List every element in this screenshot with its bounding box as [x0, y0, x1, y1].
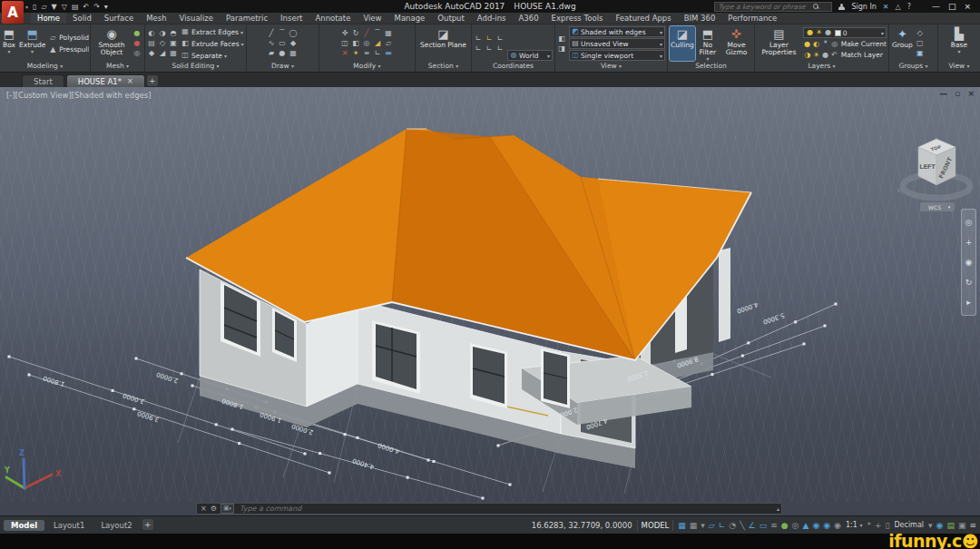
- interfere-icon[interactable]: ◇: [158, 39, 167, 48]
- extract-edges-button[interactable]: ▦Extract Edges▾: [181, 26, 244, 37]
- maximize-button[interactable]: □: [948, 2, 956, 11]
- layer-off-icon[interactable]: ●: [803, 40, 812, 49]
- polysolid-button[interactable]: ▱Polysolid: [48, 33, 89, 44]
- command-input[interactable]: [238, 504, 778, 514]
- shell-icon[interactable]: ▦: [169, 49, 178, 58]
- viewcube[interactable]: W S LEFT FRONT TOP WCS ▾: [897, 139, 970, 211]
- no-filter-button[interactable]: ⬒No Filter▾: [697, 26, 719, 61]
- ribbon-tab-surface[interactable]: Surface: [98, 13, 140, 24]
- model-space-button[interactable]: MODEL: [637, 520, 674, 531]
- autodesk-exchange-icon[interactable]: ✕: [883, 3, 889, 11]
- lineweight-icon[interactable]: ≡: [770, 517, 778, 534]
- match-layer-button[interactable]: Match Layer: [841, 51, 883, 59]
- layout-tab-layout2[interactable]: Layout2: [93, 520, 139, 531]
- move-gizmo-button[interactable]: ✜Move Gizmo: [720, 26, 752, 61]
- arc-icon[interactable]: ⌒: [278, 29, 287, 38]
- panel-title-draw[interactable]: Draw ▾: [248, 62, 318, 72]
- panel-title-view[interactable]: View ▾: [556, 62, 666, 72]
- help-search[interactable]: [714, 2, 832, 12]
- vp-close-icon[interactable]: ×: [967, 89, 975, 98]
- trim-icon[interactable]: ╱: [362, 29, 371, 38]
- ucs-dropdown[interactable]: ◍World▾: [507, 50, 553, 61]
- full-navigation-wheel-icon[interactable]: ◎: [965, 218, 973, 227]
- hatch-icon[interactable]: ▦: [289, 49, 298, 58]
- close-tab-icon[interactable]: ×: [127, 75, 133, 88]
- union-icon[interactable]: ◐: [147, 29, 156, 38]
- join-icon[interactable]: ▬: [384, 49, 393, 58]
- layer-freeze-icon[interactable]: *: [821, 40, 830, 49]
- ribbon-tab-annotate[interactable]: Annotate: [309, 13, 357, 24]
- region-icon[interactable]: ▰: [267, 49, 276, 58]
- orbit-icon[interactable]: ↻: [965, 278, 973, 287]
- view-back-icon[interactable]: ◧: [557, 34, 566, 44]
- rotate-icon[interactable]: ↻: [351, 29, 360, 38]
- ribbon-tab-bim-360[interactable]: BIM 360: [678, 13, 722, 24]
- viewcube-west-label[interactable]: W: [897, 187, 904, 194]
- customize-command-icon[interactable]: ⚙: [211, 503, 217, 515]
- visual-style-dropdown[interactable]: ◩Shaded with edges▾: [569, 26, 665, 37]
- mirror-icon[interactable]: ◧: [351, 39, 360, 48]
- ribbon-tab-parametric[interactable]: Parametric: [220, 13, 274, 24]
- pan-icon[interactable]: +: [965, 238, 973, 247]
- mesh-refine-icon[interactable]: ◎: [132, 49, 142, 58]
- fillet-icon[interactable]: ⌒: [373, 29, 382, 38]
- ucs-object-icon[interactable]: ∟: [485, 44, 494, 54]
- panel-title-modify[interactable]: Modify ▾: [320, 62, 414, 72]
- ribbon-tab-express-tools[interactable]: Express Tools: [545, 13, 610, 24]
- new-file-icon[interactable]: ▯: [33, 3, 36, 11]
- panel-title-modeling[interactable]: Modeling ▾: [1, 62, 89, 72]
- layer-walk-icon[interactable]: ◎: [830, 40, 839, 49]
- showmotion-icon[interactable]: ▸: [966, 298, 971, 307]
- minimize-button[interactable]: —: [932, 2, 940, 11]
- stretch-icon[interactable]: ▱: [384, 39, 393, 48]
- workspace-switching-icon[interactable]: *: [867, 517, 871, 534]
- view-projection-icon[interactable]: ◨: [557, 44, 566, 54]
- dynamic-ucs-icon[interactable]: ▲: [802, 517, 808, 534]
- new-layout-button[interactable]: +: [142, 519, 153, 530]
- transparency-icon[interactable]: ●: [781, 517, 789, 534]
- autoscale-icon[interactable]: ◉: [823, 517, 830, 534]
- close-command-icon[interactable]: ×: [201, 503, 207, 515]
- dynamic-input-icon[interactable]: ▱: [709, 517, 715, 534]
- command-line[interactable]: ×⚙ ▣▾ ▴: [196, 503, 782, 515]
- ribbon-tab-performance[interactable]: Performance: [721, 13, 783, 24]
- box-button[interactable]: ⬒Box▾: [2, 26, 16, 61]
- ucs-view-icon[interactable]: ∟: [495, 44, 505, 54]
- vp-restore-icon[interactable]: ▫: [955, 89, 960, 98]
- ucs-icon[interactable]: ∟: [474, 34, 483, 44]
- separate-button[interactable]: ◫Separate▾: [181, 50, 244, 61]
- layer-properties-button[interactable]: ▤Layer Properties: [757, 26, 801, 61]
- new-drawing-tab-button[interactable]: +: [147, 75, 158, 86]
- layer-thaw-all-icon[interactable]: ☀: [812, 51, 821, 60]
- save-as-icon[interactable]: ▽: [62, 3, 67, 11]
- ribbon-tab-insert[interactable]: Insert: [274, 13, 309, 24]
- explode-icon[interactable]: ✦: [351, 49, 360, 58]
- extrude-button[interactable]: ⬒Extrude▾: [18, 26, 46, 61]
- group-button[interactable]: ✦Group: [891, 26, 914, 61]
- break-icon[interactable]: ∟: [373, 49, 382, 58]
- base-button[interactable]: ▙Base▾: [950, 26, 968, 61]
- plot-icon[interactable]: ▤: [72, 3, 79, 11]
- culling-button[interactable]: ◪Culling: [670, 26, 695, 61]
- array-icon[interactable]: ▦: [384, 29, 393, 38]
- ribbon-tab-solid[interactable]: Solid: [66, 13, 98, 24]
- make-current-button[interactable]: Make Current: [841, 40, 887, 48]
- sign-in-button[interactable]: Sign In: [851, 3, 876, 11]
- osnap-3d-icon[interactable]: ▭: [760, 517, 768, 534]
- named-view-dropdown[interactable]: ▤Unsaved View▾: [569, 38, 665, 49]
- annotation-scale-button[interactable]: 1:1 ▾: [846, 521, 862, 529]
- point-icon[interactable]: ●: [278, 49, 287, 58]
- copy-icon[interactable]: ◫: [340, 39, 349, 48]
- layer-isolate-icon[interactable]: ◐: [812, 40, 821, 49]
- command-scroll-up-icon[interactable]: ▴: [777, 505, 779, 512]
- align-icon[interactable]: ≡: [362, 49, 371, 58]
- circle-icon[interactable]: ◯: [289, 29, 298, 38]
- erase-icon[interactable]: ✕: [340, 49, 349, 58]
- help-icon[interactable]: ?: [907, 3, 911, 11]
- panel-title-section[interactable]: Section ▾: [416, 62, 470, 72]
- isodraft-icon[interactable]: ╲: [740, 517, 744, 534]
- group-selection-icon[interactable]: ▣: [916, 49, 925, 58]
- layer-dropdown[interactable]: ●☀● 0 ▾: [803, 27, 887, 38]
- box-caret-icon[interactable]: ▾: [7, 49, 10, 54]
- ribbon-tab-visualize[interactable]: Visualize: [173, 13, 220, 24]
